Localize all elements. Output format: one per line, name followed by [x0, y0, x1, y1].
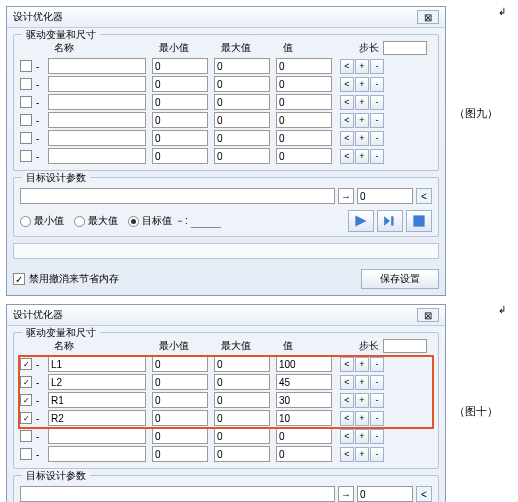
- plus-button[interactable]: +: [355, 113, 369, 128]
- plus-button[interactable]: +: [355, 95, 369, 110]
- angle-button[interactable]: <: [416, 188, 432, 204]
- max-input[interactable]: [214, 446, 270, 462]
- lt-button[interactable]: <: [340, 131, 354, 146]
- val-input[interactable]: [276, 76, 332, 92]
- plus-button[interactable]: +: [355, 77, 369, 92]
- min-input[interactable]: [152, 148, 208, 164]
- min-input[interactable]: [152, 112, 208, 128]
- name-input[interactable]: [48, 428, 146, 444]
- save-button[interactable]: 保存设置: [361, 269, 439, 289]
- lt-button[interactable]: <: [340, 59, 354, 74]
- val-input[interactable]: [276, 58, 332, 74]
- step-input[interactable]: [383, 41, 427, 55]
- max-input[interactable]: [214, 58, 270, 74]
- lt-button[interactable]: <: [340, 77, 354, 92]
- max-input[interactable]: [214, 410, 270, 426]
- lt-button[interactable]: <: [340, 429, 354, 444]
- name-input[interactable]: [48, 58, 146, 74]
- lt-button[interactable]: <: [340, 393, 354, 408]
- val-input[interactable]: [276, 374, 332, 390]
- min-input[interactable]: [152, 130, 208, 146]
- minus-button[interactable]: -: [370, 149, 384, 164]
- row-checkbox[interactable]: ✓: [20, 376, 32, 388]
- min-input[interactable]: [152, 446, 208, 462]
- minus-button[interactable]: -: [370, 59, 384, 74]
- plus-button[interactable]: +: [355, 411, 369, 426]
- min-input[interactable]: [152, 392, 208, 408]
- angle-button[interactable]: <: [416, 486, 432, 502]
- plus-button[interactable]: +: [355, 149, 369, 164]
- min-input[interactable]: [152, 428, 208, 444]
- max-input[interactable]: [214, 428, 270, 444]
- val-input[interactable]: [276, 356, 332, 372]
- row-checkbox[interactable]: [20, 132, 32, 144]
- max-input[interactable]: [214, 76, 270, 92]
- target-value-input[interactable]: [357, 486, 413, 502]
- val-input[interactable]: [276, 428, 332, 444]
- val-input[interactable]: [276, 392, 332, 408]
- lt-button[interactable]: <: [340, 95, 354, 110]
- minus-button[interactable]: -: [370, 447, 384, 462]
- max-input[interactable]: [214, 148, 270, 164]
- plus-button[interactable]: +: [355, 59, 369, 74]
- max-input[interactable]: [214, 356, 270, 372]
- row-checkbox[interactable]: [20, 114, 32, 126]
- minus-button[interactable]: -: [370, 95, 384, 110]
- plus-button[interactable]: +: [355, 393, 369, 408]
- next-button[interactable]: [377, 210, 403, 232]
- name-input[interactable]: [48, 130, 146, 146]
- radio-target[interactable]: 目标值－:: [128, 214, 221, 228]
- plus-button[interactable]: +: [355, 447, 369, 462]
- row-checkbox[interactable]: [20, 430, 32, 442]
- target-field[interactable]: [191, 214, 221, 228]
- name-input[interactable]: [48, 410, 146, 426]
- name-input[interactable]: [48, 94, 146, 110]
- minus-button[interactable]: -: [370, 131, 384, 146]
- lt-button[interactable]: <: [340, 149, 354, 164]
- row-checkbox[interactable]: ✓: [20, 358, 32, 370]
- row-checkbox[interactable]: [20, 448, 32, 460]
- plus-button[interactable]: +: [355, 357, 369, 372]
- minus-button[interactable]: -: [370, 393, 384, 408]
- val-input[interactable]: [276, 410, 332, 426]
- max-input[interactable]: [214, 112, 270, 128]
- row-checkbox[interactable]: [20, 60, 32, 72]
- name-input[interactable]: [48, 112, 146, 128]
- name-input[interactable]: [48, 76, 146, 92]
- min-input[interactable]: [152, 374, 208, 390]
- step-input[interactable]: [383, 339, 427, 353]
- max-input[interactable]: [214, 392, 270, 408]
- val-input[interactable]: [276, 112, 332, 128]
- min-input[interactable]: [152, 356, 208, 372]
- lt-button[interactable]: <: [340, 375, 354, 390]
- memory-checkbox[interactable]: ✓: [13, 273, 25, 285]
- val-input[interactable]: [276, 130, 332, 146]
- row-checkbox[interactable]: ✓: [20, 412, 32, 424]
- val-input[interactable]: [276, 446, 332, 462]
- minus-button[interactable]: -: [370, 77, 384, 92]
- min-input[interactable]: [152, 410, 208, 426]
- max-input[interactable]: [214, 374, 270, 390]
- min-input[interactable]: [152, 94, 208, 110]
- minus-button[interactable]: -: [370, 113, 384, 128]
- name-input[interactable]: [48, 446, 146, 462]
- minus-button[interactable]: -: [370, 357, 384, 372]
- lt-button[interactable]: <: [340, 447, 354, 462]
- plus-button[interactable]: +: [355, 131, 369, 146]
- name-input[interactable]: [48, 374, 146, 390]
- min-input[interactable]: [152, 76, 208, 92]
- name-input[interactable]: [48, 148, 146, 164]
- lt-button[interactable]: <: [340, 113, 354, 128]
- close-button[interactable]: ⊠: [417, 10, 439, 24]
- minus-button[interactable]: -: [370, 375, 384, 390]
- target-expression-input[interactable]: [20, 486, 335, 502]
- row-checkbox[interactable]: [20, 78, 32, 90]
- name-input[interactable]: [48, 356, 146, 372]
- val-input[interactable]: [276, 94, 332, 110]
- stop-button[interactable]: [406, 210, 432, 232]
- name-input[interactable]: [48, 392, 146, 408]
- minus-button[interactable]: -: [370, 411, 384, 426]
- radio-min[interactable]: 最小值: [20, 214, 64, 228]
- plus-button[interactable]: +: [355, 375, 369, 390]
- close-button[interactable]: ⊠: [417, 308, 439, 322]
